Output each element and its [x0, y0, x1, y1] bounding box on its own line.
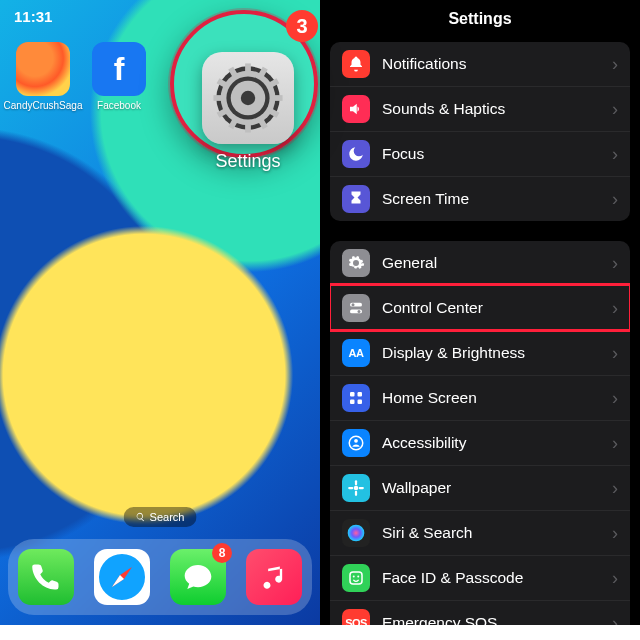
row-label: Screen Time	[382, 190, 600, 208]
row-label: Face ID & Passcode	[382, 569, 600, 587]
safari-icon	[94, 549, 150, 605]
svg-point-12	[352, 303, 355, 306]
row-label: Control Center	[382, 299, 600, 317]
home-search-pill[interactable]: Search	[124, 507, 197, 527]
app-facebook[interactable]: f Facebook	[90, 42, 148, 111]
messages-icon	[182, 561, 214, 593]
row-label: Sounds & Haptics	[382, 100, 600, 118]
row-label: Wallpaper	[382, 479, 600, 497]
annotation-circle-settings: 3	[170, 10, 318, 158]
dock-music[interactable]	[246, 549, 302, 605]
sos-icon: SOS	[342, 609, 370, 625]
notifications-icon	[342, 50, 370, 78]
svg-point-27	[353, 576, 355, 578]
annotation-step-badge: 3	[286, 10, 318, 42]
svg-rect-5	[245, 63, 251, 72]
row-label: Notifications	[382, 55, 600, 73]
svg-rect-26	[350, 572, 362, 584]
settings-row-wallpaper[interactable]: Wallpaper›	[330, 465, 630, 510]
svg-point-25	[348, 525, 365, 542]
status-time: 11:31	[14, 8, 52, 25]
chevron-right-icon: ›	[612, 253, 618, 274]
settings-row-focus[interactable]: Focus›	[330, 131, 630, 176]
settings-row-homescreen[interactable]: Home Screen›	[330, 375, 630, 420]
svg-rect-17	[358, 400, 363, 405]
settings-row-siri[interactable]: Siri & Search›	[330, 510, 630, 555]
app-label: CandyCrushSaga	[4, 100, 83, 111]
row-label: Accessibility	[382, 434, 600, 452]
music-icon	[260, 563, 288, 591]
row-label: Display & Brightness	[382, 344, 600, 362]
dock-messages[interactable]: 8	[170, 549, 226, 605]
phone-icon	[31, 562, 61, 592]
row-label: Siri & Search	[382, 524, 600, 542]
wallpaper-icon	[342, 474, 370, 502]
settings-screen: Settings Notifications›Sounds & Haptics›…	[320, 0, 640, 625]
svg-rect-15	[358, 392, 363, 397]
dock-safari[interactable]	[94, 549, 150, 605]
app-label: Facebook	[97, 100, 141, 111]
app-settings-label: Settings	[202, 151, 294, 172]
settings-row-accessibility[interactable]: Accessibility›	[330, 420, 630, 465]
settings-row-sos[interactable]: SOSEmergency SOS›	[330, 600, 630, 625]
settings-row-controlcenter[interactable]: Control Center›	[330, 285, 630, 330]
app-candycrush[interactable]: CandyCrushSaga	[14, 42, 72, 111]
home-dock: 8	[8, 539, 312, 615]
row-label: Focus	[382, 145, 600, 163]
row-label: General	[382, 254, 600, 272]
app-settings[interactable]: Settings	[202, 52, 294, 144]
chevron-right-icon: ›	[612, 433, 618, 454]
chevron-right-icon: ›	[612, 388, 618, 409]
settings-row-general[interactable]: General›	[330, 241, 630, 285]
facebook-icon: f	[92, 42, 146, 96]
chevron-right-icon: ›	[612, 298, 618, 319]
svg-point-28	[357, 576, 359, 578]
homescreen-icon	[342, 384, 370, 412]
dock-phone[interactable]	[18, 549, 74, 605]
search-icon	[136, 512, 146, 522]
row-label: Emergency SOS	[382, 614, 600, 625]
svg-rect-16	[350, 400, 355, 405]
svg-point-20	[354, 486, 359, 491]
sounds-icon	[342, 95, 370, 123]
screentime-icon	[342, 185, 370, 213]
svg-point-18	[349, 436, 363, 450]
chevron-right-icon: ›	[612, 523, 618, 544]
chevron-right-icon: ›	[612, 54, 618, 75]
search-label: Search	[150, 511, 185, 523]
svg-rect-14	[350, 392, 355, 397]
chevron-right-icon: ›	[612, 144, 618, 165]
chevron-right-icon: ›	[612, 343, 618, 364]
chevron-right-icon: ›	[612, 189, 618, 210]
settings-group: Notifications›Sounds & Haptics›Focus›Scr…	[330, 42, 630, 221]
settings-row-faceid[interactable]: Face ID & Passcode›	[330, 555, 630, 600]
chevron-right-icon: ›	[612, 613, 618, 626]
siri-icon	[342, 519, 370, 547]
settings-group: General›Control Center›AADisplay & Brigh…	[330, 241, 630, 625]
chevron-right-icon: ›	[612, 478, 618, 499]
general-icon	[342, 249, 370, 277]
messages-badge: 8	[212, 543, 232, 563]
controlcenter-icon	[342, 294, 370, 322]
svg-point-4	[241, 91, 255, 105]
accessibility-icon	[342, 429, 370, 457]
settings-title: Settings	[320, 0, 640, 42]
settings-row-sounds[interactable]: Sounds & Haptics›	[330, 86, 630, 131]
candycrush-icon	[16, 42, 70, 96]
row-label: Home Screen	[382, 389, 600, 407]
settings-row-display[interactable]: AADisplay & Brightness›	[330, 330, 630, 375]
settings-row-notifications[interactable]: Notifications›	[330, 42, 630, 86]
display-icon: AA	[342, 339, 370, 367]
ios-home-screen: 11:31 CandyCrushSaga f Facebook 3	[0, 0, 320, 625]
settings-row-screentime[interactable]: Screen Time›	[330, 176, 630, 221]
focus-icon	[342, 140, 370, 168]
settings-gear-icon	[212, 62, 284, 134]
faceid-icon	[342, 564, 370, 592]
chevron-right-icon: ›	[612, 568, 618, 589]
svg-point-13	[358, 310, 361, 313]
svg-point-19	[354, 439, 358, 443]
chevron-right-icon: ›	[612, 99, 618, 120]
